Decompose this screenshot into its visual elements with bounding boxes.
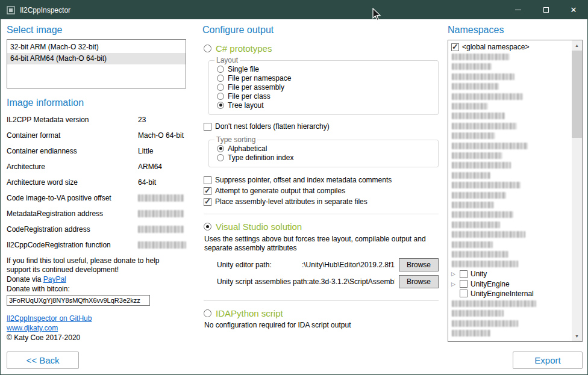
redacted-namespace <box>452 143 528 149</box>
namespace-item <box>451 220 571 229</box>
namespace-label: UnityEngineInternal <box>471 290 534 298</box>
tree-layout-label: Tree layout <box>228 101 264 110</box>
layout-option-file-per-namespace: File per namespace <box>217 73 438 82</box>
image-info-table: IL2CPP Metadata version23Container forma… <box>7 112 186 253</box>
namespace-item <box>451 82 571 91</box>
namespace-item[interactable]: ▷UnityEngine <box>451 279 571 288</box>
info-row: ArchitectureARM64 <box>7 159 186 175</box>
redacted-namespace <box>452 310 504 317</box>
info-key: Architecture word size <box>7 178 138 187</box>
image-list[interactable]: 32-bit ARM (Mach-O 32-bit)64-bit ARM64 (… <box>7 39 186 88</box>
csharp-prototypes-radio[interactable] <box>204 45 211 52</box>
redacted-namespace <box>452 54 510 60</box>
namespace-item <box>451 72 571 81</box>
close-button[interactable]: ✕ <box>560 1 587 19</box>
unity-assemblies-path-value[interactable]: ate.3d-3.1.2\ScriptAssemblies <box>309 277 395 286</box>
separate-attributes-checkbox[interactable] <box>204 198 211 206</box>
info-key: Code image-to-VA positive offset <box>7 194 138 202</box>
alphabetical-label: Alphabetical <box>228 144 267 153</box>
bitcoin-address-input[interactable] <box>7 295 150 306</box>
generate-compiles-checkbox[interactable] <box>204 187 211 195</box>
file-per-namespace-radio[interactable] <box>217 75 224 82</box>
back-button[interactable]: << Back <box>7 352 79 369</box>
select-image-panel: Select image 32-bit ARM (Mach-O 32-bit)6… <box>7 24 186 374</box>
namespace-item <box>451 240 571 249</box>
namespace-label: <global namespace> <box>462 43 529 51</box>
namespace-checkbox[interactable] <box>460 270 468 278</box>
layout-option-tree-layout: Tree layout <box>217 101 438 110</box>
github-link[interactable]: Il2CppInspector on GitHub <box>7 314 92 323</box>
namespace-checkbox[interactable] <box>460 290 468 297</box>
type-sorting-definition-index: Type definition index <box>217 153 438 162</box>
vs-solution-description: Uses the settings above but forces tree … <box>204 235 434 253</box>
namespace-item <box>451 52 571 61</box>
flatten-checkbox[interactable] <box>204 123 211 131</box>
unity-assemblies-path-row: Unity script assemblies path: ate.3d-3.1… <box>217 275 439 288</box>
idapython-radio[interactable] <box>204 309 211 317</box>
content-area: Select image 32-bit ARM (Mach-O 32-bit)6… <box>1 19 587 374</box>
redacted-namespace <box>452 320 518 327</box>
single-file-radio[interactable] <box>217 66 224 73</box>
redacted-namespace <box>452 211 513 218</box>
donate-text: If you find this tool useful, please don… <box>7 256 184 274</box>
configure-output-heading: Configure output <box>202 24 439 36</box>
expander-icon[interactable]: ▷ <box>451 271 460 277</box>
paypal-link[interactable]: PayPal <box>43 275 66 284</box>
namespace-item[interactable]: <global namespace> <box>451 42 571 52</box>
namespace-item <box>451 150 571 160</box>
idapython-description: No configuration required for IDA script… <box>204 321 434 330</box>
image-list-item[interactable]: 32-bit ARM (Mach-O 32-bit) <box>7 42 186 53</box>
info-key: CodeRegistration address <box>7 225 138 234</box>
alphabetical-radio[interactable] <box>217 145 224 152</box>
layout-option-single-file: Single file <box>217 64 438 73</box>
suppress-metadata-checkbox[interactable] <box>204 176 211 184</box>
redacted-namespace <box>452 182 521 188</box>
type-definition-index-radio[interactable] <box>217 154 224 161</box>
export-button[interactable]: Export <box>513 352 583 369</box>
unity-editor-path-row: Unity editor path: :\Unity\Hub\Editor\20… <box>217 258 439 271</box>
namespace-item[interactable]: ▷Unity <box>451 269 571 279</box>
namespace-label: Unity <box>471 270 487 278</box>
maximize-button[interactable] <box>532 1 560 19</box>
website-link[interactable]: www.djkaty.com <box>7 324 58 332</box>
file-per-assembly-radio[interactable] <box>217 84 224 91</box>
namespace-item <box>451 210 571 220</box>
copyright: © Katy Coe 2017-2020 <box>7 333 186 342</box>
redacted-namespace <box>452 83 499 90</box>
idapython-option: IDAPython script <box>204 308 439 318</box>
redacted-namespace <box>452 73 514 80</box>
expander-icon[interactable]: ▷ <box>451 281 460 287</box>
namespace-scrollbar[interactable]: ▲ ▼ <box>572 40 582 341</box>
donate-bitcoin-label: Donate with bitcoin: <box>7 284 186 294</box>
file-per-class-radio[interactable] <box>217 93 224 100</box>
redacted-namespace <box>452 231 525 238</box>
type-sorting-group-label: Type sorting <box>214 135 257 144</box>
info-key: Il2CppCodeRegistration function <box>7 241 138 249</box>
unity-assemblies-browse-button[interactable]: Browse <box>399 275 439 288</box>
namespace-item[interactable]: UnityEngineInternal <box>451 289 571 299</box>
info-row: Container formatMach-O 64-bit <box>7 128 186 143</box>
scroll-up-icon[interactable]: ▲ <box>572 40 582 51</box>
scroll-down-icon[interactable]: ▼ <box>572 331 582 341</box>
redacted-namespace <box>452 241 493 248</box>
tree-layout-radio[interactable] <box>217 102 224 109</box>
info-key: Container endianness <box>7 147 138 155</box>
image-list-item[interactable]: 64-bit ARM64 (Mach-O 64-bit) <box>7 53 186 64</box>
namespace-list[interactable]: <global namespace>▷Unity▷UnityEngineUnit… <box>448 40 583 342</box>
namespace-item <box>451 180 571 190</box>
redacted-namespace <box>452 261 518 267</box>
unity-editor-browse-button[interactable]: Browse <box>399 258 439 271</box>
namespace-item <box>451 170 571 180</box>
file-per-class-label: File per class <box>228 92 271 101</box>
minimize-button[interactable] <box>504 1 532 19</box>
redacted-namespace <box>452 113 505 119</box>
separate-attributes-label: Place assembly-level attributes in separ… <box>215 197 367 206</box>
scrollbar-thumb[interactable] <box>572 51 582 138</box>
idapython-label: IDAPython script <box>216 308 283 318</box>
unity-editor-path-value[interactable]: :\Unity\Hub\Editor\2019.2.8f1 <box>272 261 395 269</box>
vs-solution-radio[interactable] <box>204 223 211 231</box>
window-title: Il2CppInspector <box>20 6 70 14</box>
namespace-checkbox[interactable] <box>460 280 468 288</box>
redacted-value <box>138 194 184 202</box>
namespace-checkbox[interactable] <box>451 43 459 51</box>
